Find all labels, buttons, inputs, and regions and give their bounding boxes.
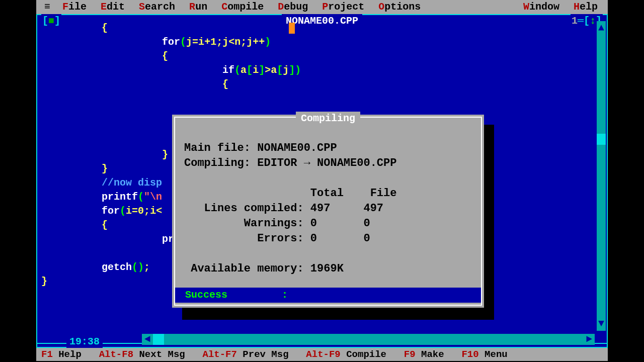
system-menu-icon[interactable]: ≡ <box>39 0 55 14</box>
menu-window[interactable]: Window <box>516 1 567 13</box>
compile-status: Success : <box>175 288 481 303</box>
fkey-f10[interactable]: F10 Menu <box>458 347 510 361</box>
fkey-f1[interactable]: F1 Help <box>38 347 85 361</box>
stat-row: Warnings: 0 0 <box>184 216 472 231</box>
scroll-up-icon[interactable]: ▲ <box>597 21 606 35</box>
menu-run[interactable]: Run <box>182 1 214 13</box>
fkey-alt-f9[interactable]: Alt-F9 Compile <box>303 347 389 361</box>
menu-options[interactable]: Options <box>371 1 428 13</box>
main-file-value: NONAME00.CPP <box>257 142 337 154</box>
scrollbar-thumb[interactable] <box>597 134 606 145</box>
scroll-right-icon[interactable]: ► <box>584 334 595 345</box>
scroll-down-icon[interactable]: ▼ <box>597 317 606 331</box>
fkey-f9[interactable]: F9 Make <box>401 347 447 361</box>
menu-edit[interactable]: Edit <box>94 1 132 13</box>
scroll-left-icon[interactable]: ◄ <box>142 334 153 345</box>
vertical-scrollbar[interactable]: ▲ ▼ <box>597 21 606 331</box>
fkey-alt-f7[interactable]: Alt-F7 Prev Msg <box>200 347 292 361</box>
menu-help[interactable]: Help <box>567 1 605 13</box>
menu-search[interactable]: Search <box>132 1 182 13</box>
menu-bar: ≡ FileEditSearchRunCompileDebugProjectOp… <box>36 0 608 14</box>
scrollbar-thumb[interactable] <box>153 334 164 345</box>
stat-row: Errors: 0 0 <box>184 231 472 246</box>
function-key-bar: F1 Help Alt-F8 Next Msg Alt-F7 Prev Msg … <box>36 348 608 361</box>
menu-compile[interactable]: Compile <box>214 1 271 13</box>
stat-row: Lines compiled: 497 497 <box>184 201 472 216</box>
menu-project[interactable]: Project <box>315 1 371 13</box>
compiling-dialog: Compiling Main file: NONAME00.CPP Compil… <box>172 115 484 308</box>
available-memory: 1969K <box>310 262 344 275</box>
editor-window: [■] NONAME00.CPP 1═[↕] { for(j=i+1;j<n;j… <box>36 14 608 348</box>
horizontal-scrollbar[interactable]: ◄ ► <box>142 334 595 345</box>
menu-file[interactable]: File <box>55 1 94 13</box>
fkey-alt-f8[interactable]: Alt-F8 Next Msg <box>96 347 188 361</box>
compiling-value: EDITOR → NONAME00.CPP <box>257 157 396 169</box>
menu-debug[interactable]: Debug <box>271 1 315 13</box>
cursor-position: 19:38 <box>66 335 103 349</box>
